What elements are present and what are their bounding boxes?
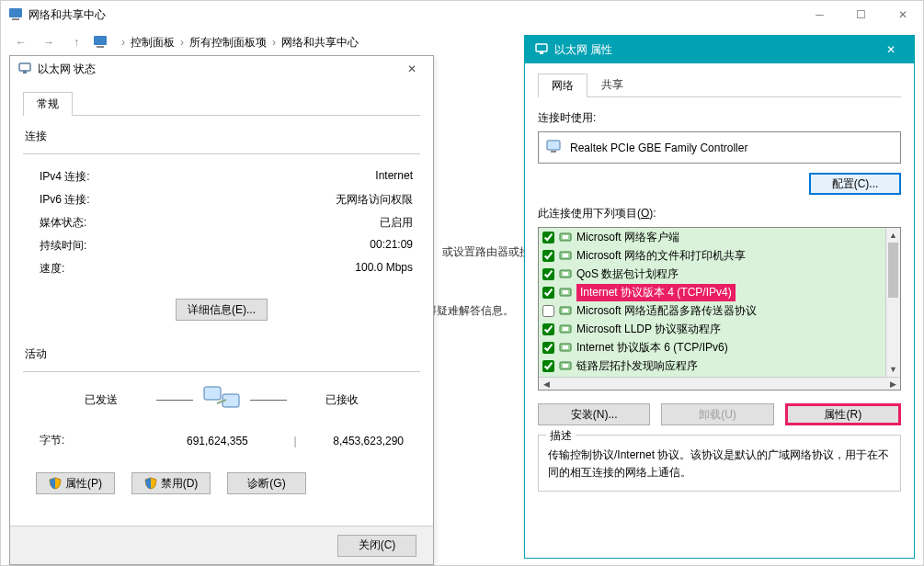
shield-icon (49, 477, 62, 490)
sent-label: 已发送 (55, 392, 147, 408)
item-label: Microsoft 网络的文件和打印机共享 (576, 248, 746, 264)
details-button[interactable]: 详细信息(E)... (176, 299, 268, 321)
item-label: Internet 协议版本 6 (TCP/IPv6) (576, 340, 728, 356)
description-groupbox: 描述 传输控制协议/Internet 协议。该协议是默认的广域网络协议，用于在不… (538, 435, 901, 492)
props-tabstrip: 网络 共享 (538, 73, 901, 97)
main-window-controls: ─ ☐ ✕ (799, 1, 923, 28)
item-label: Microsoft 网络客户端 (576, 230, 679, 245)
scroll-down-icon[interactable]: ▼ (886, 362, 900, 377)
list-item[interactable]: Microsoft LLDP 协议驱动程序 (539, 320, 885, 338)
breadcrumb-item[interactable]: 所有控制面板项 (189, 35, 267, 51)
diagnose-button[interactable]: 诊断(G) (227, 472, 306, 494)
ipv6-value: 无网络访问权限 (336, 192, 413, 208)
status-tabstrip: 常规 (23, 91, 420, 116)
bytes-label: 字节: (40, 433, 150, 448)
status-titlebar[interactable]: 以太网 状态 ✕ (10, 56, 433, 82)
protocol-icon (558, 340, 573, 355)
tab-network[interactable]: 网络 (538, 74, 587, 97)
item-checkbox[interactable] (542, 287, 554, 299)
item-checkbox[interactable] (542, 342, 554, 354)
kv-row: 速度: 100.0 Mbps (23, 257, 420, 280)
computers-icon (202, 383, 241, 416)
vertical-scrollbar[interactable]: ▲ ▼ (885, 228, 900, 377)
activity-diagram: 已发送 已接收 (23, 383, 420, 416)
breadcrumb-item[interactable]: 控制面板 (131, 35, 175, 51)
svg-rect-27 (563, 364, 568, 368)
close-button[interactable]: 关闭(C) (337, 535, 416, 557)
ethernet-status-dialog: 以太网 状态 ✕ 常规 连接 IPv4 连接: Internet IPv6 连接… (9, 55, 434, 565)
breadcrumb[interactable]: › 控制面板 › 所有控制面板项 › 网络和共享中心 (113, 31, 365, 54)
item-label: Microsoft 网络适配器多路传送器协议 (576, 303, 757, 319)
description-legend: 描述 (546, 428, 576, 444)
kv-row: IPv4 连接: Internet (23, 165, 420, 188)
svg-rect-9 (540, 51, 543, 54)
nav-back-button[interactable]: ← (10, 31, 32, 53)
svg-rect-1 (12, 18, 19, 20)
svg-rect-17 (563, 272, 568, 276)
adapter-box: Realtek PCIe GBE Family Controller (538, 131, 901, 164)
ipv4-label: IPv4 连接: (40, 169, 90, 185)
ethernet-icon (534, 41, 549, 59)
svg-rect-6 (204, 387, 221, 400)
activity-section-label: 活动 (25, 346, 420, 362)
item-checkbox[interactable] (542, 360, 554, 372)
item-label: Microsoft LLDP 协议驱动程序 (576, 322, 721, 337)
svg-rect-0 (9, 8, 22, 17)
media-state-label: 媒体状态: (40, 215, 86, 231)
connect-using-label: 连接时使用: (538, 110, 901, 126)
list-item[interactable]: Microsoft 网络适配器多路传送器协议 (539, 301, 885, 320)
disable-button[interactable]: 禁用(D) (131, 472, 211, 494)
ipv4-value: Internet (375, 169, 413, 185)
close-button[interactable]: ✕ (882, 1, 923, 28)
props-title: 以太网 属性 (554, 42, 612, 58)
tab-general[interactable]: 常规 (23, 92, 73, 116)
maximize-button[interactable]: ☐ (840, 1, 882, 28)
tab-sharing[interactable]: 共享 (587, 73, 637, 96)
svg-rect-4 (19, 63, 30, 71)
item-checkbox[interactable] (542, 250, 554, 262)
item-label: 链路层拓扑发现响应程序 (576, 358, 698, 374)
items-listbox[interactable]: Microsoft 网络客户端Microsoft 网络的文件和打印机共享QoS … (538, 227, 901, 391)
scroll-up-icon[interactable]: ▲ (886, 228, 900, 243)
item-checkbox[interactable] (542, 232, 554, 243)
properties-button[interactable]: 属性(P) (36, 472, 115, 494)
breadcrumb-item[interactable]: 网络和共享中心 (281, 35, 359, 51)
list-item[interactable]: Microsoft 网络客户端 (539, 228, 885, 246)
item-checkbox[interactable] (542, 268, 554, 280)
scroll-left-icon[interactable]: ◀ (539, 378, 553, 390)
install-button[interactable]: 安装(N)... (538, 403, 650, 425)
scroll-right-icon[interactable]: ▶ (885, 378, 900, 390)
items-label: 此连接使用下列项目(O): (538, 206, 901, 221)
list-item[interactable]: Microsoft 网络的文件和打印机共享 (539, 246, 885, 265)
svg-rect-21 (563, 309, 568, 312)
configure-button[interactable]: 配置(C)... (809, 173, 901, 195)
nav-up-button[interactable]: ↑ (65, 31, 87, 53)
item-checkbox[interactable] (542, 305, 554, 317)
protocol-icon (558, 285, 573, 300)
horizontal-scrollbar[interactable]: ◀ ▶ (539, 377, 900, 390)
list-item[interactable]: Internet 协议版本 6 (TCP/IPv6) (539, 338, 885, 357)
item-checkbox[interactable] (542, 323, 554, 335)
adapter-name: Realtek PCIe GBE Family Controller (570, 142, 747, 154)
svg-rect-11 (551, 151, 556, 153)
main-title: 网络和共享中心 (29, 7, 106, 23)
connection-section-label: 连接 (25, 129, 420, 144)
status-close-button[interactable]: ✕ (398, 60, 426, 78)
minimize-button[interactable]: ─ (799, 1, 840, 28)
props-titlebar[interactable]: 以太网 属性 ✕ (525, 36, 914, 63)
duration-label: 持续时间: (40, 238, 86, 254)
nav-forward-button[interactable]: → (38, 31, 60, 53)
svg-rect-2 (94, 36, 107, 45)
item-properties-button[interactable]: 属性(R) (785, 403, 901, 425)
list-item[interactable]: 链路层拓扑发现响应程序 (539, 357, 885, 375)
shield-icon (144, 477, 157, 490)
list-item[interactable]: QoS 数据包计划程序 (539, 265, 885, 283)
list-item[interactable]: Internet 协议版本 4 (TCP/IPv4) (539, 283, 885, 301)
kv-row: IPv6 连接: 无网络访问权限 (23, 188, 420, 211)
sent-bytes: 691,624,355 (150, 435, 286, 447)
props-close-button[interactable]: ✕ (877, 40, 905, 60)
svg-rect-8 (536, 44, 547, 51)
uninstall-button: 卸载(U) (661, 403, 773, 425)
scrollbar-thumb[interactable] (888, 243, 898, 298)
svg-rect-3 (97, 46, 104, 48)
